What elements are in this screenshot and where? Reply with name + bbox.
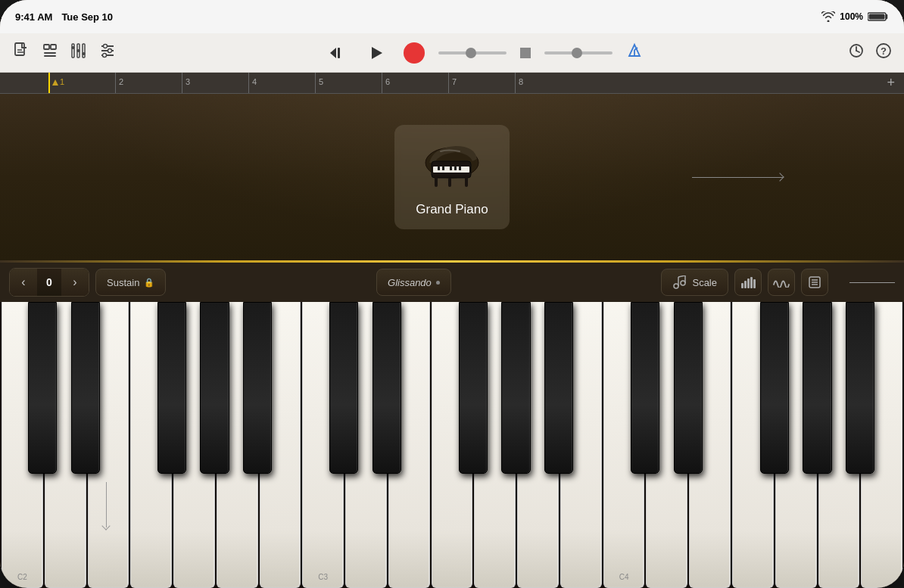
black-key[interactable]	[544, 302, 573, 474]
callout-arrow-right	[775, 173, 784, 181]
key-label: C3	[318, 573, 328, 581]
eq-icon[interactable]	[98, 42, 117, 64]
callout-indicator	[849, 282, 895, 283]
arpeggio-button[interactable]	[768, 269, 795, 296]
black-key[interactable]	[846, 302, 874, 474]
svg-rect-42	[454, 166, 457, 170]
svg-rect-49	[741, 283, 743, 288]
svg-rect-2	[15, 43, 24, 55]
black-key[interactable]	[760, 302, 789, 474]
new-document-icon[interactable]	[12, 42, 30, 64]
svg-line-29	[856, 51, 859, 52]
octave-value: 0	[37, 269, 61, 296]
wifi-icon	[821, 11, 835, 22]
scale-icon	[672, 275, 687, 289]
black-key[interactable]	[28, 302, 57, 474]
add-track-button[interactable]: +	[878, 75, 904, 91]
svg-marker-23	[372, 47, 382, 59]
octave-control: ‹ 0 ›	[9, 268, 89, 297]
velocity-icon	[740, 275, 756, 289]
svg-point-44	[674, 284, 678, 288]
svg-line-48	[678, 275, 685, 277]
time-display: 9:41 AM	[15, 11, 52, 23]
battery-icon	[868, 11, 889, 22]
piano-body-top: Grand Piano	[0, 94, 904, 260]
svg-point-12	[72, 46, 75, 49]
settings-list-icon	[808, 275, 821, 289]
volume-slider[interactable]	[438, 51, 507, 54]
timeline-ruler: 1 2 3 4 5 6 7 8	[48, 73, 878, 93]
tempo-slider[interactable]	[544, 51, 613, 54]
black-key[interactable]	[373, 302, 401, 474]
battery-percent: 100%	[840, 11, 863, 22]
keyboard-area: C2C3C4	[0, 302, 904, 588]
clock-icon[interactable]	[848, 42, 865, 63]
tracks-icon[interactable]	[41, 42, 59, 64]
scale-button[interactable]: Scale	[661, 269, 728, 296]
svg-rect-5	[44, 45, 49, 49]
instrument-name: Grand Piano	[416, 202, 488, 217]
black-key[interactable]	[459, 302, 488, 474]
arpeggio-icon	[773, 277, 790, 288]
key-label: C2	[17, 573, 27, 581]
svg-rect-53	[753, 279, 756, 288]
ruler-mark-1: 1	[48, 73, 115, 93]
ruler-mark-8: 8	[515, 73, 581, 93]
svg-point-19	[108, 49, 112, 53]
svg-point-14	[83, 52, 86, 55]
svg-rect-50	[744, 281, 747, 288]
black-key[interactable]	[329, 302, 358, 474]
ruler-mark-6: 6	[382, 73, 448, 93]
svg-rect-52	[750, 277, 753, 288]
black-key[interactable]	[200, 302, 229, 474]
controls-bar: ‹ 0 › Sustain 🔒 Glissando	[0, 263, 904, 302]
sustain-button[interactable]: Sustain 🔒	[95, 269, 166, 296]
velocity-button[interactable]	[734, 269, 762, 296]
black-key[interactable]	[674, 302, 703, 474]
svg-rect-35	[435, 176, 438, 187]
rewind-button[interactable]	[322, 39, 349, 67]
piano-keyboard: C2C3C4	[0, 302, 904, 588]
octave-up-button[interactable]: ›	[61, 269, 89, 296]
ruler-mark-5: 5	[315, 73, 382, 93]
black-key[interactable]	[631, 302, 659, 474]
black-key[interactable]	[501, 302, 530, 474]
play-button[interactable]	[363, 39, 390, 67]
status-bar: 9:41 AM Tue Sep 10 100%	[0, 0, 904, 33]
toolbar: ?	[0, 33, 904, 73]
black-key[interactable]	[803, 302, 831, 474]
mixer-icon[interactable]	[70, 42, 88, 64]
svg-point-45	[681, 281, 685, 285]
svg-rect-9	[72, 44, 74, 58]
svg-text:?: ?	[881, 45, 887, 57]
record-button[interactable]	[404, 42, 425, 64]
ipad-frame: 9:41 AM Tue Sep 10 100%	[0, 0, 904, 588]
grand-piano-icon	[418, 140, 486, 193]
svg-rect-43	[459, 166, 461, 170]
svg-marker-32	[52, 79, 58, 86]
loop-button[interactable]	[520, 48, 531, 58]
glissando-button[interactable]: Glissando	[376, 269, 451, 296]
svg-point-20	[103, 54, 107, 58]
svg-rect-37	[465, 176, 468, 187]
octave-down-button[interactable]: ‹	[10, 269, 37, 296]
svg-rect-41	[450, 166, 452, 170]
instrument-card[interactable]: Grand Piano	[394, 125, 509, 229]
black-key[interactable]	[71, 302, 100, 474]
ruler-mark-4: 4	[248, 73, 315, 93]
keyboard-settings-button[interactable]	[801, 269, 828, 296]
date-display: Tue Sep 10	[61, 11, 113, 23]
callout-line-right	[692, 177, 783, 178]
ruler-mark-3: 3	[182, 73, 248, 93]
timeline: 1 2 3 4 5 6 7 8 +	[0, 73, 904, 94]
help-icon[interactable]: ?	[875, 42, 892, 63]
black-key[interactable]	[243, 302, 272, 474]
instrument-area: Grand Piano ‹ 0 › Sustain	[0, 94, 904, 588]
black-key[interactable]	[157, 302, 186, 474]
svg-rect-22	[338, 48, 340, 58]
glissando-dot	[436, 281, 440, 285]
svg-rect-40	[442, 166, 444, 170]
metronome-icon[interactable]	[626, 42, 643, 63]
key-label: C4	[619, 573, 629, 581]
ruler-mark-2: 2	[115, 73, 182, 93]
